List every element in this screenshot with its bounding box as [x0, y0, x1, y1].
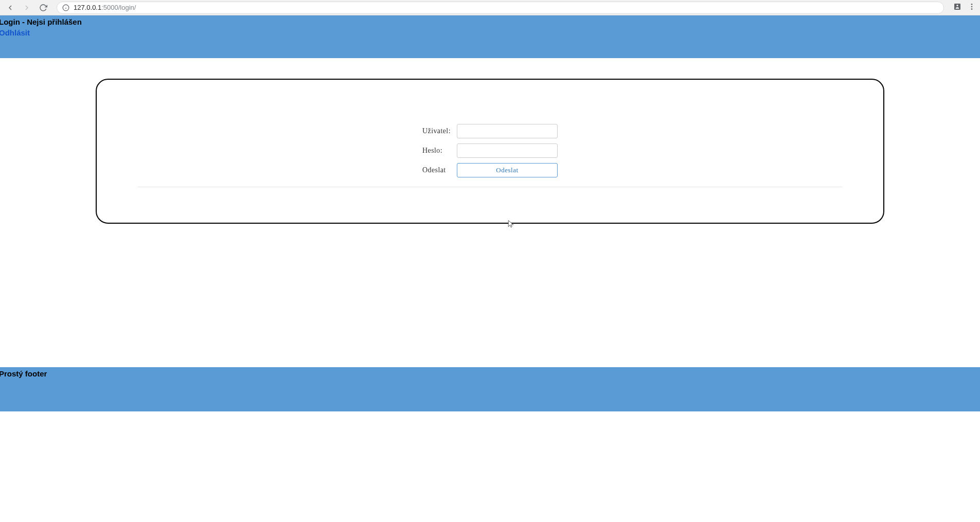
site-info-icon[interactable]	[62, 4, 69, 11]
row-password: Heslo:	[421, 141, 559, 160]
page-footer: Prostý footer	[0, 367, 980, 411]
login-form: Uživatel: Heslo: Odeslat Odeslat	[420, 121, 560, 181]
label-submit: Odeslat	[421, 161, 455, 179]
footer-text: Prostý footer	[0, 369, 980, 378]
menu-icon[interactable]	[968, 3, 976, 13]
row-submit: Odeslat Odeslat	[421, 161, 559, 179]
forward-button[interactable]	[21, 2, 33, 14]
main-content: Uživatel: Heslo: Odeslat Odeslat	[0, 58, 980, 224]
back-button[interactable]	[4, 2, 16, 14]
account-icon[interactable]	[953, 3, 961, 13]
reload-button[interactable]	[37, 2, 49, 14]
divider	[138, 187, 842, 187]
label-user: Uživatel:	[421, 122, 455, 140]
input-password[interactable]	[457, 143, 558, 158]
label-password: Heslo:	[421, 141, 455, 160]
arrow-right-icon	[23, 4, 31, 12]
submit-button[interactable]: Odeslat	[457, 163, 558, 177]
page-title: Login - Nejsi přihlášen	[0, 17, 980, 26]
reload-icon	[39, 4, 47, 12]
input-user[interactable]	[457, 124, 558, 138]
url-text: 127.0.0.1:5000/login/	[74, 4, 136, 11]
svg-point-3	[971, 4, 973, 5]
page-header: Login - Nejsi přihlášen Odhlásit	[0, 15, 980, 58]
arrow-left-icon	[6, 4, 14, 12]
logout-link[interactable]: Odhlásit	[0, 28, 30, 37]
login-card: Uživatel: Heslo: Odeslat Odeslat	[96, 79, 884, 224]
svg-point-5	[971, 8, 973, 10]
svg-point-4	[971, 6, 973, 7]
row-user: Uživatel:	[421, 122, 559, 140]
browser-toolbar: 127.0.0.1:5000/login/	[0, 0, 980, 15]
address-bar[interactable]: 127.0.0.1:5000/login/	[57, 2, 944, 14]
